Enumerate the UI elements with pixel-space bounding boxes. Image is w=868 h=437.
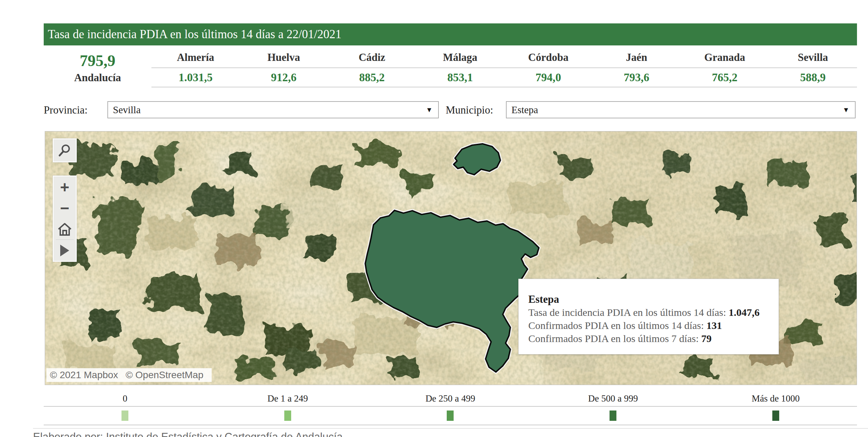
- legend-label-row: 0 De 1 a 249 De 250 a 499 De 500 a 999 M…: [44, 392, 857, 406]
- province-value: 912,6: [240, 68, 328, 87]
- legend-label: Más de 1000: [694, 392, 857, 406]
- legend-swatch-row: [44, 406, 857, 425]
- province-value: 765,2: [681, 68, 769, 87]
- expand-toolbar-button[interactable]: [54, 240, 76, 261]
- region-summary: 795,9 Andalucía: [44, 49, 151, 89]
- province-header: Almería: [151, 49, 240, 67]
- province-header: Huelva: [240, 49, 328, 67]
- map-tooltip: Estepa Tasa de incidencia PDIA en los úl…: [518, 279, 779, 354]
- incidence-legend: 0 De 1 a 249 De 250 a 499 De 500 a 999 M…: [44, 392, 857, 425]
- province-header: Málaga: [416, 49, 504, 67]
- map-zoom-toolbar: + −: [53, 175, 77, 262]
- tooltip-label: Tasa de incidencia PDIA en los últimos 1…: [528, 307, 726, 318]
- tooltip-title: Estepa: [528, 293, 769, 306]
- home-icon: [57, 222, 72, 236]
- map-search-button[interactable]: [53, 138, 77, 162]
- tooltip-label: Confirmados PDIA en los últimos 7 días:: [528, 333, 699, 344]
- legend-label: De 1 a 249: [207, 392, 369, 406]
- legend-swatch: [447, 411, 454, 421]
- province-value: 794,0: [504, 68, 592, 87]
- legend-label: 0: [44, 392, 207, 406]
- mapbox-attribution-link[interactable]: © 2021 Mapbox: [50, 370, 118, 380]
- tooltip-label: Confirmados PDIA en los últimos 14 días:: [528, 320, 704, 331]
- province-header: Granada: [681, 49, 769, 67]
- province-header: Jaén: [592, 49, 680, 67]
- tooltip-row: Confirmados PDIA en los últimos 7 días: …: [528, 332, 769, 345]
- footer-divider: [33, 428, 868, 429]
- provincia-selected-value: Sevilla: [113, 104, 141, 115]
- province-header: Cádiz: [328, 49, 416, 67]
- tooltip-value: 79: [701, 333, 712, 344]
- summary-strip: 795,9 Andalucía Almería Huelva Cádiz Mál…: [44, 49, 857, 89]
- province-header: Córdoba: [504, 49, 592, 67]
- caret-down-icon: ▼: [843, 102, 849, 118]
- map-attribution: © 2021 Mapbox © OpenStreetMap: [46, 368, 212, 382]
- province-header-row: Almería Huelva Cádiz Málaga Córdoba Jaén…: [151, 49, 857, 68]
- region-name: Andalucía: [44, 71, 151, 85]
- legend-swatch: [772, 411, 779, 421]
- osm-attribution-link[interactable]: © OpenStreetMap: [126, 370, 203, 380]
- municipio-label: Municipio:: [446, 104, 493, 116]
- tooltip-value: 1.047,6: [729, 307, 760, 318]
- search-icon: [58, 144, 71, 157]
- caret-down-icon: ▼: [426, 102, 433, 118]
- dashboard-page: Tasa de incidencia PDIA en los últimos 1…: [0, 0, 868, 437]
- municipio-selected-value: Estepa: [511, 104, 538, 115]
- provincia-select[interactable]: Sevilla ▼: [107, 101, 439, 118]
- province-value: 853,1: [416, 68, 504, 87]
- footer-credit: Elaborado por: Instituto de Estadística …: [33, 431, 343, 437]
- province-value-row: 1.031,5 912,6 885,2 853,1 794,0 793,6 76…: [151, 68, 857, 87]
- province-value: 885,2: [328, 68, 416, 87]
- zoom-in-button[interactable]: +: [54, 177, 76, 198]
- legend-label: De 500 a 999: [532, 392, 695, 406]
- tooltip-row: Confirmados PDIA en los últimos 14 días:…: [528, 319, 769, 332]
- zoom-out-button[interactable]: −: [54, 198, 76, 218]
- province-value: 793,6: [592, 68, 680, 87]
- province-table: Almería Huelva Cádiz Málaga Córdoba Jaén…: [151, 49, 857, 89]
- region-value: 795,9: [44, 51, 151, 71]
- triangle-right-icon: [60, 245, 69, 256]
- page-title: Tasa de incidencia PDIA en los últimos 1…: [44, 23, 857, 45]
- tooltip-value: 131: [707, 320, 722, 331]
- provincia-label: Provincia:: [44, 104, 87, 116]
- legend-swatch: [121, 411, 128, 421]
- legend-swatch: [284, 411, 291, 421]
- satellite-map[interactable]: + − Estepa Tasa de incidencia PDIA en lo…: [45, 131, 857, 385]
- home-button[interactable]: [54, 218, 76, 239]
- municipio-select[interactable]: Estepa ▼: [506, 101, 856, 118]
- legend-label: De 250 a 499: [369, 392, 532, 406]
- province-value: 588,9: [769, 68, 857, 87]
- province-value: 1.031,5: [151, 68, 240, 87]
- tooltip-row: Tasa de incidencia PDIA en los últimos 1…: [528, 306, 769, 319]
- legend-swatch: [610, 411, 616, 421]
- province-header: Sevilla: [769, 49, 857, 67]
